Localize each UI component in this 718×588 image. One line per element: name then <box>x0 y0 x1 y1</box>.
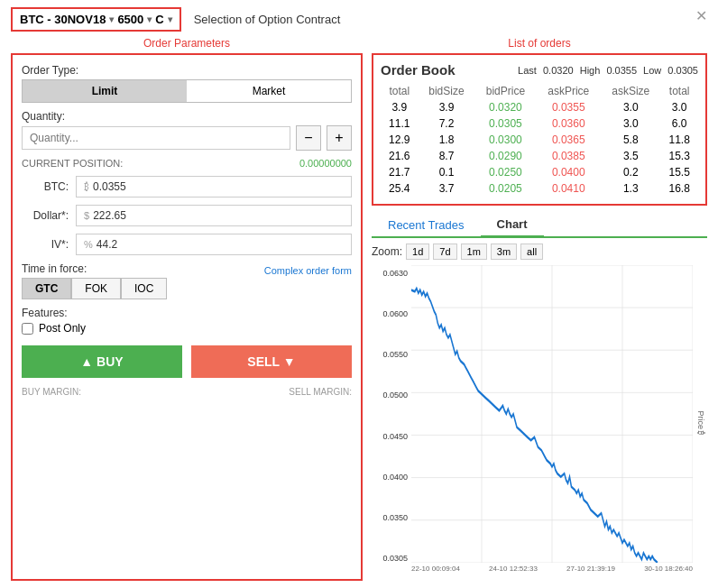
x-tick-2: 24-10 12:52:33 <box>489 565 538 581</box>
iv-icon: % <box>84 239 93 250</box>
fok-button[interactable]: FOK <box>71 278 121 299</box>
order-type-buttons: Limit Market <box>22 79 352 103</box>
total-ask-cell: 6.0 <box>660 115 698 132</box>
post-only-row: Post Only <box>22 322 352 335</box>
quantity-label: Quantity: <box>22 110 352 123</box>
col-total-ask: total <box>660 83 698 99</box>
trade-buttons: ▲ BUY SELL ▼ <box>22 345 352 378</box>
zoom-label: Zoom: <box>372 245 402 258</box>
margin-row: BUY MARGIN: SELL MARGIN: <box>22 387 352 397</box>
table-row: 21.6 8.7 0.0290 0.0385 3.5 15.3 <box>381 148 698 164</box>
tif-buttons: GTC FOK IOC <box>22 278 352 299</box>
y-tick-3: 0.0550 <box>382 350 408 359</box>
iv-label: IV*: <box>22 238 69 251</box>
table-row: 3.9 3.9 0.0320 0.0355 3.0 3.0 <box>381 99 698 115</box>
close-button[interactable]: ✕ <box>695 7 707 24</box>
dollar-input-wrapper: $ 222.65 <box>76 205 352 226</box>
current-position-row: CURRENT POSITION: 0.00000000 <box>22 158 352 169</box>
type-label: C <box>155 13 163 26</box>
total-bid-cell: 21.6 <box>381 148 419 164</box>
quantity-increase-button[interactable]: + <box>327 125 352 151</box>
ask-price-cell: 0.0385 <box>536 148 601 164</box>
ask-size-cell: 3.0 <box>601 115 660 132</box>
zoom-row: Zoom: 1d 7d 1m 3m all <box>372 243 707 260</box>
table-row: 21.7 0.1 0.0250 0.0400 0.2 15.5 <box>381 164 698 180</box>
ioc-button[interactable]: IOC <box>121 278 167 299</box>
buy-button[interactable]: ▲ BUY <box>22 345 182 378</box>
x-tick-3: 27-10 21:39:19 <box>566 565 615 581</box>
tif-section: Time in force: Complex order form GTC FO… <box>22 262 352 299</box>
bid-price-cell: 0.0320 <box>474 99 536 115</box>
zoom-7d[interactable]: 7d <box>433 243 456 260</box>
total-ask-cell: 11.8 <box>660 132 698 148</box>
ask-price-cell: 0.0365 <box>536 132 601 148</box>
quantity-input[interactable] <box>22 126 290 150</box>
ask-size-cell: 1.3 <box>601 180 660 197</box>
zoom-all[interactable]: all <box>520 243 543 260</box>
contract-dropdown-arrow: ▾ <box>109 14 114 24</box>
limit-button[interactable]: Limit <box>23 80 187 102</box>
tab-recent-trades[interactable]: Recent Trades <box>372 213 481 236</box>
y-axis-label: Price ₿ <box>695 410 704 435</box>
dollar-field-row: Dollar*: $ 222.65 <box>22 205 352 226</box>
strike-dropdown-arrow: ▾ <box>147 14 152 24</box>
ask-size-cell: 5.8 <box>601 132 660 148</box>
total-ask-cell: 15.3 <box>660 148 698 164</box>
features-section: Features: Post Only <box>22 307 352 335</box>
y-tick-7: 0.0350 <box>382 513 408 522</box>
strike-label: 6500 <box>117 13 143 26</box>
quantity-decrease-button[interactable]: − <box>296 125 321 151</box>
last-label: Last <box>518 65 537 76</box>
contract-label: BTC - 30NOV18 <box>20 13 106 26</box>
total-bid-cell: 3.9 <box>381 99 419 115</box>
quantity-row: − + <box>22 125 352 151</box>
type-dropdown-arrow: ▾ <box>168 14 172 24</box>
order-book-title: Order Book <box>381 62 456 78</box>
tif-label-row: Time in force: Complex order form <box>22 262 352 278</box>
total-ask-cell: 15.5 <box>660 164 698 180</box>
last-value: 0.0320 <box>543 65 574 76</box>
total-bid-cell: 25.4 <box>381 180 419 197</box>
zoom-1d[interactable]: 1d <box>406 243 429 260</box>
contract-selector[interactable]: BTC - 30NOV18 ▾ 6500 ▾ C ▾ <box>11 7 181 32</box>
table-row: 25.4 3.7 0.0205 0.0410 1.3 16.8 <box>381 180 698 197</box>
dollar-label: Dollar*: <box>22 209 69 222</box>
total-bid-cell: 12.9 <box>381 132 419 148</box>
y-tick-1: 0.0630 <box>382 269 408 278</box>
y-tick-4: 0.0500 <box>382 390 408 400</box>
tif-label: Time in force: <box>22 262 87 275</box>
btc-value: 0.0355 <box>93 180 126 193</box>
post-only-label: Post Only <box>39 322 86 335</box>
total-ask-cell: 3.0 <box>660 99 698 115</box>
gtc-button[interactable]: GTC <box>22 278 71 299</box>
chart-area: Zoom: 1d 7d 1m 3m all 0.0630 0.0600 0.05… <box>372 243 707 581</box>
order-book-header: Order Book Last 0.0320 High 0.0355 Low 0… <box>381 62 698 78</box>
bid-size-cell: 8.7 <box>419 148 475 164</box>
zoom-3m[interactable]: 3m <box>491 243 517 260</box>
bid-price-cell: 0.0205 <box>474 180 536 197</box>
complex-order-link[interactable]: Complex order form <box>264 265 352 276</box>
zoom-1m[interactable]: 1m <box>461 243 487 260</box>
header: BTC - 30NOV18 ▾ 6500 ▾ C ▾ Selection of … <box>11 7 707 32</box>
bid-price-cell: 0.0290 <box>474 148 536 164</box>
sell-button[interactable]: SELL ▼ <box>191 345 352 378</box>
order-book-table: total bidSize bidPrice askPrice askSize … <box>381 83 698 197</box>
col-ask-size: askSize <box>601 83 660 99</box>
bid-price-cell: 0.0305 <box>474 115 536 132</box>
order-parameters-column: Order Parameters Order Type: Limit Marke… <box>11 37 363 581</box>
bid-price-cell: 0.0300 <box>474 132 536 148</box>
total-bid-cell: 21.7 <box>381 164 419 180</box>
post-only-checkbox[interactable] <box>22 323 33 335</box>
list-of-orders-label: List of orders <box>372 37 707 50</box>
tab-chart[interactable]: Chart <box>481 213 544 238</box>
dollar-value: 222.65 <box>93 209 126 222</box>
iv-value: 44.2 <box>97 238 117 251</box>
y-tick-8: 0.0305 <box>382 554 408 563</box>
y-axis-label-container: Price ₿ <box>693 265 707 581</box>
chart-svg-container <box>411 265 693 563</box>
current-position-value: 0.00000000 <box>299 158 352 169</box>
bid-price-cell: 0.0250 <box>474 164 536 180</box>
dollar-icon: $ <box>84 210 89 221</box>
btc-icon: ₿ <box>84 181 89 192</box>
market-button[interactable]: Market <box>187 80 351 102</box>
